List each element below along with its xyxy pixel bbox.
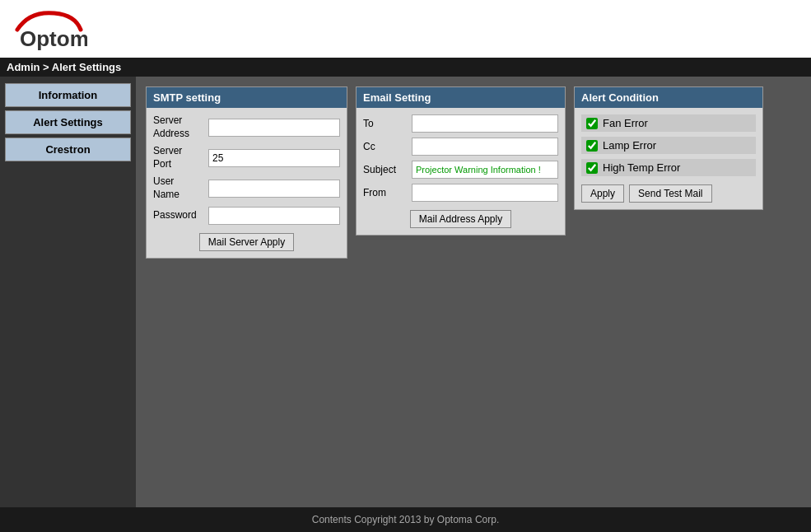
sidebar-item-crestron[interactable]: Crestron (5, 138, 131, 161)
panels-row: SMTP setting ServerAddress ServerPort Us… (146, 86, 801, 259)
password-input[interactable] (208, 207, 340, 225)
alert-panel-header: Alert Condition (575, 87, 762, 108)
server-port-row: ServerPort (153, 145, 340, 170)
smtp-panel-header: SMTP setting (147, 87, 347, 108)
subject-label: Subject (363, 164, 408, 175)
optoma-logo: Optoma (13, 7, 87, 52)
to-row: To (363, 114, 558, 133)
server-address-input[interactable] (208, 119, 340, 137)
sidebar-item-alert-settings[interactable]: Alert Settings (5, 110, 131, 134)
lamp-error-checkbox[interactable] (586, 140, 598, 152)
email-panel: Email Setting To Cc Subject (356, 86, 566, 236)
to-label: To (363, 118, 408, 129)
server-address-label: ServerAddress (153, 114, 205, 140)
from-input[interactable] (412, 184, 558, 202)
user-name-row: UserName (153, 175, 340, 201)
server-port-label: ServerPort (153, 145, 205, 170)
from-label: From (363, 187, 408, 198)
high-temp-error-row: High Temp Error (581, 159, 756, 176)
send-test-mail-button[interactable]: Send Test Mail (629, 184, 712, 203)
from-row: From (363, 184, 558, 202)
alert-button-row: Apply Send Test Mail (581, 181, 756, 203)
high-temp-error-checkbox[interactable] (586, 162, 598, 174)
smtp-panel-title: SMTP setting (153, 91, 221, 104)
mail-address-apply-button[interactable]: Mail Address Apply (410, 210, 511, 228)
cc-row: Cc (363, 138, 558, 156)
breadcrumb: Admin > Alert Settings (0, 58, 811, 77)
footer-text: Contents Copyright 2013 by Optoma Corp. (312, 514, 499, 525)
password-row: Password (153, 207, 340, 225)
lamp-error-label: Lamp Error (603, 139, 656, 152)
subject-row: Subject (363, 161, 558, 179)
alert-panel-title: Alert Condition (581, 91, 659, 104)
subject-input[interactable] (412, 161, 558, 179)
cc-label: Cc (363, 141, 408, 152)
email-panel-body: To Cc Subject From (357, 108, 565, 235)
to-input[interactable] (412, 114, 558, 133)
footer: Contents Copyright 2013 by Optoma Corp. (0, 507, 811, 532)
email-button-row: Mail Address Apply (363, 207, 558, 228)
alert-panel: Alert Condition Fan Error Lamp Error Hig… (574, 86, 763, 210)
email-panel-title: Email Setting (363, 91, 431, 104)
high-temp-error-label: High Temp Error (603, 161, 680, 174)
smtp-panel-body: ServerAddress ServerPort UserName Passwo… (147, 108, 347, 258)
user-name-input[interactable] (208, 180, 340, 198)
password-label: Password (153, 209, 205, 222)
fan-error-label: Fan Error (603, 117, 648, 129)
fan-error-row: Fan Error (581, 114, 756, 132)
smtp-button-row: Mail Server Apply (153, 230, 340, 251)
email-panel-header: Email Setting (357, 87, 565, 108)
mail-server-apply-button[interactable]: Mail Server Apply (199, 233, 294, 251)
sidebar-item-information[interactable]: Information (5, 83, 131, 107)
sidebar: Information Alert Settings Crestron (0, 77, 136, 507)
fan-error-checkbox[interactable] (586, 118, 598, 129)
svg-text:Optoma: Optoma (20, 26, 87, 51)
cc-input[interactable] (412, 138, 558, 156)
logo-container: Optoma (13, 7, 87, 52)
breadcrumb-text: Admin > Alert Settings (7, 61, 121, 73)
server-address-row: ServerAddress (153, 114, 340, 140)
header: Optoma (0, 0, 811, 58)
user-name-label: UserName (153, 175, 205, 201)
alert-panel-body: Fan Error Lamp Error High Temp Error App… (575, 108, 762, 209)
server-port-input[interactable] (208, 149, 340, 167)
content-area: SMTP setting ServerAddress ServerPort Us… (136, 77, 811, 507)
smtp-panel: SMTP setting ServerAddress ServerPort Us… (146, 86, 347, 259)
lamp-error-row: Lamp Error (581, 137, 756, 154)
main-area: Information Alert Settings Crestron SMTP… (0, 77, 811, 507)
alert-apply-button[interactable]: Apply (581, 184, 624, 203)
